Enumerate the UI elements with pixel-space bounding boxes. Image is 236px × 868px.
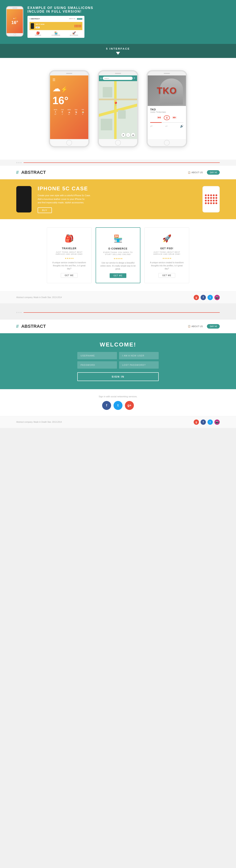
phone-home-button-1[interactable]	[66, 140, 72, 146]
map-zoom-in[interactable]: +	[121, 133, 125, 137]
hero-buy-button[interactable]: BUY	[38, 207, 52, 213]
traveler-subtitle: JUST THINK ABOUT BEST INRFACE AND GRAB O…	[51, 251, 87, 255]
next-button[interactable]: ⏭	[173, 115, 176, 120]
nav-links-2: 📋 ABOUT US SAY HI	[188, 324, 220, 329]
weather-screen: ☰ ☁⚡ 16° MON☀32° TUE❄-1° WED☁12° THU🌤16°…	[50, 75, 88, 139]
instagram-icon-2[interactable]: 📷	[214, 420, 220, 425]
sep-dots-2	[16, 312, 22, 313]
website-nav-2: // ABSTRACT 📋 ABOUT US SAY HI	[0, 320, 236, 333]
website-section-1: // ABSTRACT 📋 ABOUT US SAY HI IPHONE 5C …	[0, 166, 236, 303]
card-getpsd: 🚀 GET PSD! JUST THINK ABOUT BEST INRFACE…	[144, 227, 189, 283]
getpsd-stars: ★★★★★	[149, 257, 185, 259]
music-screen: TKO TKO Justin Timberlake ⏮ ⏸ ⏭ ⇄	[148, 75, 186, 139]
getpsd-desc: A unique service created to transform th…	[149, 261, 185, 270]
about-icon-1: 📋	[188, 171, 190, 174]
password-input[interactable]	[77, 361, 117, 369]
ecommerce-get-btn[interactable]: GET ME	[110, 273, 126, 278]
cards-section-1: 🎒 TRAVELER JUST THINK ABOUT BEST INRFACE…	[0, 219, 236, 291]
google-icon-2[interactable]: g	[194, 420, 199, 425]
weather-days-row: MON☀32° TUE❄-1° WED☁12° THU🌤16° FRI⛅2°	[53, 109, 86, 115]
card-ecommerce: 🏪 E-COMMERCE EVERYTHING YOU NEED TO STAR…	[96, 227, 140, 283]
social-login-section: Sign in with social networking services.…	[0, 389, 236, 416]
phone-home-button-2[interactable]	[115, 140, 121, 146]
lost-password-input[interactable]	[119, 361, 159, 369]
separator-1	[0, 160, 236, 166]
phone-bottom-bar-1	[50, 139, 88, 146]
twitter-icon-1[interactable]: t	[208, 295, 213, 300]
separator-2	[0, 309, 236, 316]
facebook-icon-1[interactable]: f	[201, 295, 206, 300]
banner-title: EXAMPLE OF USING SMALLICONS	[27, 6, 93, 10]
sep-dots-1	[16, 162, 22, 163]
google-icon-1[interactable]: g	[194, 295, 199, 300]
banner-subtitle: INCLUDE IN FULL VERSION!	[27, 10, 93, 13]
sep-dot-2b	[18, 312, 20, 313]
traveler-get-btn[interactable]: GET ME	[61, 273, 78, 278]
website-preview-mini: // ABSTRACT ABOUT US SAY HI GET IT NOW! …	[27, 16, 84, 38]
hero-title: IPHONE 5C CASE	[38, 185, 196, 192]
getpsd-get-btn[interactable]: GET ME	[158, 273, 175, 278]
top-banner: ☁⚡ 16° EXAMPLE OF USING SMALLICONS INCLU…	[0, 0, 236, 44]
map-pin: 📍	[113, 101, 118, 106]
traveler-stars: ★★★★★	[51, 257, 87, 259]
down-arrow-icon	[116, 52, 120, 55]
ecommerce-subtitle: EVERYTHING YOU NEED TO START SELLING ONL…	[100, 251, 136, 255]
map-screen: ☰ Search... 🔍 📍 + − ◎	[99, 75, 137, 139]
playback-controls: ⏮ ⏸ ⏭	[150, 115, 183, 120]
phone-home-button-3[interactable]	[164, 140, 170, 146]
instagram-icon-1[interactable]: 📷	[214, 295, 220, 300]
preview-sayhello-link: SAY HI	[77, 18, 82, 20]
twitter-icon-2[interactable]: t	[208, 420, 213, 425]
signin-button[interactable]: SIGN IN	[77, 372, 159, 381]
map-zoom-out[interactable]: −	[126, 133, 130, 137]
nav-sayhello-btn-1[interactable]: SAY HI	[207, 170, 220, 175]
weather-phone: ☰ ☁⚡ 16° MON☀32° TUE❄-1° WED☁12° THU🌤16°…	[49, 70, 90, 147]
hero-text-block: IPHONE 5C CASE Create your own style wit…	[38, 185, 196, 213]
facebook-icon-2[interactable]: f	[201, 420, 206, 425]
facebook-social-btn[interactable]: f	[102, 401, 111, 410]
phone-bottom-bar-2	[99, 139, 137, 146]
repeat-icon[interactable]: ⇄	[150, 124, 153, 128]
nav-links-1: 📋 ABOUT US SAY HI	[188, 170, 220, 175]
weather-menu-icon: ☰	[53, 78, 86, 82]
login-password-row	[77, 361, 159, 369]
card-traveler: 🎒 TRAVELER JUST THINK ABOUT BEST INRFACE…	[47, 227, 92, 283]
track-artist: Justin Timberlake	[150, 111, 183, 113]
login-form: SIGN IN	[77, 352, 159, 381]
music-phone: TKO TKO Justin Timberlake ⏮ ⏸ ⏭ ⇄	[146, 70, 187, 147]
preview-about-link: ABOUT US	[69, 18, 75, 20]
day-tue: TUE❄-1°	[59, 109, 65, 115]
login-hero: WELCOME! SIGN IN	[0, 333, 236, 389]
weather-cloud-icon: ☁⚡	[53, 84, 68, 93]
login-title: WELCOME!	[16, 341, 220, 348]
twitter-social-btn[interactable]: t	[114, 401, 122, 410]
new-user-input[interactable]	[119, 352, 159, 359]
phone-speaker-1	[66, 73, 72, 74]
phone-speaker-3	[164, 73, 170, 74]
interfaces-section: 5 INTERFACE	[0, 44, 236, 58]
getpsd-title: GET PSD!	[149, 247, 185, 250]
nav-about-link-1[interactable]: 📋 ABOUT US	[188, 171, 203, 174]
play-pause-button[interactable]: ⏸	[164, 115, 170, 120]
username-input[interactable]	[77, 352, 117, 359]
phone-top-bar-2	[99, 71, 137, 75]
map-locate[interactable]: ◎	[131, 133, 135, 137]
phone-top-bar-1	[50, 71, 88, 75]
shuffle-icon[interactable]: ⇌	[165, 124, 168, 128]
logo-slashes-2: //	[16, 324, 19, 329]
day-fri: FRI⛅2°	[80, 109, 86, 115]
googleplus-social-btn[interactable]: g+	[125, 401, 134, 410]
nav-about-link-2[interactable]: 📋 ABOUT US	[188, 325, 203, 328]
day-thu: THU🌤16°	[73, 109, 79, 115]
volume-icon[interactable]: 🔊	[180, 124, 183, 128]
logo-slashes-1: //	[16, 170, 19, 175]
day-wed: WED☁12°	[66, 109, 72, 115]
ecommerce-icon: 🏪	[112, 232, 124, 245]
about-icon-2: 📋	[188, 325, 190, 328]
phone-top-bar-3	[148, 71, 186, 75]
ecommerce-stars: ★★★★★	[100, 257, 136, 260]
nav-sayhello-btn-2[interactable]: SAY HI	[207, 324, 220, 329]
nav-logo-1: // ABSTRACT	[16, 170, 46, 175]
website-nav-1: // ABSTRACT 📋 ABOUT US SAY HI	[0, 166, 236, 179]
prev-button[interactable]: ⏮	[157, 115, 161, 120]
